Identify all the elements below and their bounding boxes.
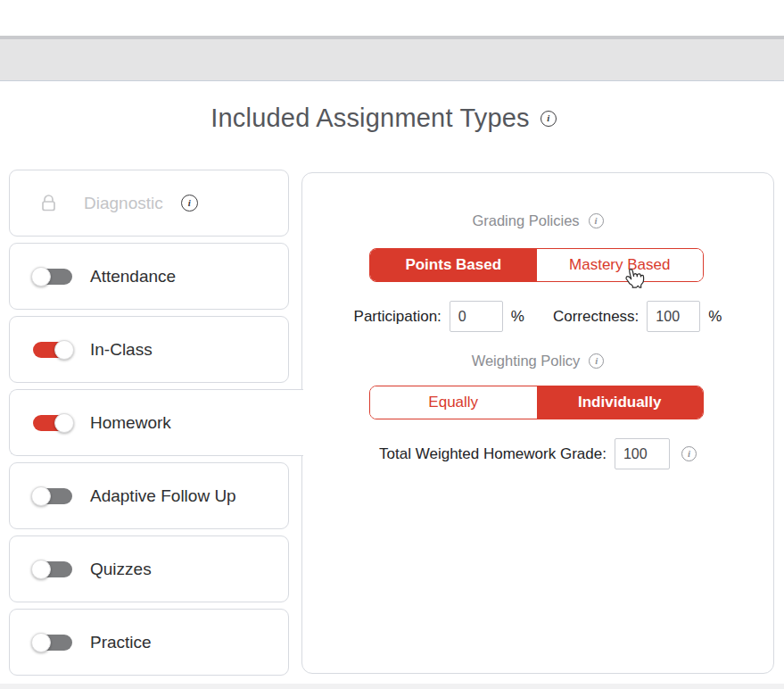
tab-label: Practice [90,633,152,652]
sidebar-item-attendance[interactable]: Attendance [9,243,289,310]
tab-label: In-Class [90,340,153,360]
bottom-edge-strip [0,684,784,689]
homework-settings-panel: Grading Policies Points Based Mastery Ba… [301,172,774,674]
toolbar-accent-line [0,36,784,39]
points-based-button[interactable]: Points Based [370,249,537,281]
toggle-knob [31,486,51,506]
homework-toggle[interactable] [33,415,72,431]
practice-toggle[interactable] [33,635,72,651]
toggle-knob [31,560,51,579]
correctness-percent-sign: % [708,308,722,326]
page-title: Included Assignment Types [210,104,557,133]
mastery-based-button[interactable]: Mastery Based [537,249,704,281]
tab-label: Diagnostic [75,194,163,213]
info-icon[interactable] [589,213,604,228]
participation-label: Participation: [354,308,442,326]
lock-icon [33,194,57,212]
total-weighted-grade-input[interactable] [615,438,670,469]
in-class-toggle[interactable] [33,342,72,358]
sidebar-item-practice[interactable]: Practice [9,609,289,676]
toggle-knob [54,413,74,433]
weighting-policy-segmented-control: Equally Individually [369,386,704,419]
equally-button[interactable]: Equally [370,386,537,419]
sidebar-item-in-class[interactable]: In-Class [9,316,289,383]
tab-label: Adaptive Follow Up [90,486,236,506]
weighting-policy-label-text: Weighting Policy [472,353,581,369]
total-weighted-grade-row: Total Weighted Homework Grade: [302,438,773,469]
tab-label: Quizzes [90,560,152,579]
participation-correctness-row: Participation: % Correctness: % [302,301,773,332]
participation-percent-sign: % [511,308,524,326]
page-title-text: Included Assignment Types [210,104,530,133]
weighting-policy-label: Weighting Policy [302,353,773,369]
correctness-input[interactable] [647,301,700,332]
attendance-toggle[interactable] [33,269,72,285]
toggle-knob [54,340,74,360]
tab-label: Attendance [90,267,176,286]
adaptive-follow-up-toggle[interactable] [33,488,72,504]
grading-policies-label: Grading Policies [302,212,773,229]
grading-policy-segmented-control: Points Based Mastery Based [369,248,704,282]
sidebar-item-quizzes[interactable]: Quizzes [9,535,289,602]
individually-button[interactable]: Individually [537,386,704,419]
info-icon[interactable] [681,446,697,461]
participation-input[interactable] [450,301,503,332]
toggle-knob [31,267,51,286]
info-icon[interactable] [181,195,198,212]
quizzes-toggle[interactable] [33,561,72,577]
total-weighted-grade-label: Total Weighted Homework Grade: [379,445,607,463]
top-toolbar [0,36,784,81]
tab-label: Homework [90,413,171,433]
sidebar-item-diagnostic: Diagnostic [9,170,289,237]
info-icon[interactable] [589,353,604,369]
page-title-row: Included Assignment Types [0,104,767,133]
settings-page: Included Assignment Types Diagnostic Att… [0,0,784,689]
correctness-label: Correctness: [553,308,639,326]
grading-policies-label-text: Grading Policies [472,212,579,229]
sidebar-item-homework[interactable]: Homework [9,389,303,456]
info-icon[interactable] [541,111,557,127]
sidebar-item-adaptive-follow-up[interactable]: Adaptive Follow Up [9,462,289,529]
toggle-knob [31,633,51,652]
